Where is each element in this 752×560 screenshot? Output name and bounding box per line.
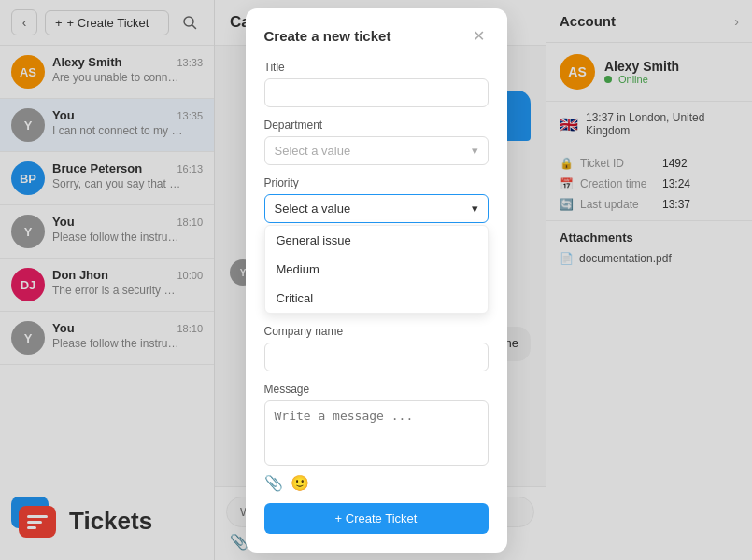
modal-attachment-icon[interactable]: 📎 xyxy=(264,474,283,492)
company-label: Company name xyxy=(264,325,489,338)
department-chevron-icon: ▾ xyxy=(472,144,478,158)
department-select[interactable]: Select a value ▾ xyxy=(264,136,489,165)
modal-create-label: + Create Ticket xyxy=(335,511,418,525)
company-field: Company name xyxy=(264,325,489,371)
title-input[interactable] xyxy=(264,78,489,107)
message-textarea[interactable] xyxy=(264,400,489,466)
title-label: Title xyxy=(264,61,489,74)
priority-option-medium[interactable]: Medium xyxy=(265,255,488,284)
modal-input-icons: 📎 🙂 xyxy=(264,474,489,492)
modal-close-button[interactable]: ✕ xyxy=(470,27,489,46)
priority-option-general[interactable]: General issue xyxy=(265,226,488,255)
modal-overlay: Create a new ticket ✕ Title Department S… xyxy=(0,0,752,560)
modal-title: Create a new ticket xyxy=(264,28,391,44)
priority-chevron-icon: ▾ xyxy=(472,202,478,216)
department-field: Department Select a value ▾ xyxy=(264,119,489,165)
modal-header: Create a new ticket ✕ xyxy=(264,27,489,46)
priority-value: Select a value xyxy=(275,202,351,216)
create-ticket-modal: Create a new ticket ✕ Title Department S… xyxy=(246,8,507,553)
title-field: Title xyxy=(264,61,489,107)
priority-field: Priority Select a value ▾ General issue … xyxy=(264,176,489,314)
priority-dropdown: General issue Medium Critical xyxy=(264,225,489,314)
modal-create-button[interactable]: + Create Ticket xyxy=(264,503,489,534)
company-input[interactable] xyxy=(264,343,489,371)
message-label: Message xyxy=(264,383,489,396)
department-label: Department xyxy=(264,119,489,132)
modal-emoji-icon[interactable]: 🙂 xyxy=(291,474,309,492)
priority-label: Priority xyxy=(264,176,489,189)
department-value: Select a value xyxy=(275,144,351,158)
message-field: Message 📎 🙂 xyxy=(264,383,489,492)
priority-select[interactable]: Select a value ▾ xyxy=(264,194,489,223)
priority-option-critical[interactable]: Critical xyxy=(265,284,488,313)
